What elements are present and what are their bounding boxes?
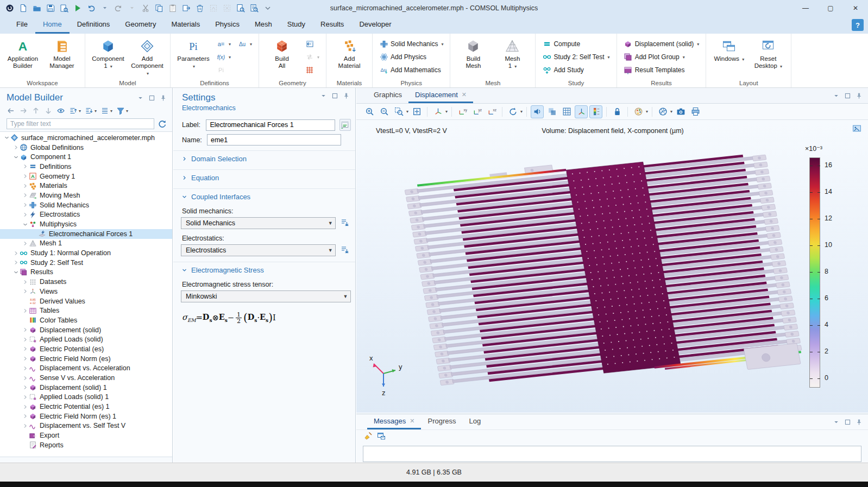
tree-item-electric-field-norm-es-1[interactable]: Electric Field Norm (es) 1 xyxy=(0,412,172,421)
stress-tensor-dropdown[interactable]: Minkowski▼ xyxy=(181,290,351,302)
tree-item-displacement-solid[interactable]: Displacement (solid) xyxy=(0,325,172,335)
section-equation[interactable]: Equation xyxy=(173,170,355,185)
menu-mesh[interactable]: Mesh xyxy=(247,17,280,34)
columns-button[interactable]: ▾ xyxy=(100,106,112,115)
tree-item-surface-micromachined-accelerometer-mph[interactable]: surface_micromachined_accelerometer.mph xyxy=(0,133,172,143)
tree-item-geometry-1[interactable]: AGeometry 1 xyxy=(0,172,172,181)
section-domain-selection[interactable]: Domain Selection xyxy=(173,151,355,166)
palette-button[interactable] xyxy=(632,105,645,118)
menu-developer[interactable]: Developer xyxy=(351,17,399,34)
tree-item-solid-mechanics[interactable]: Solid Mechanics xyxy=(0,200,172,210)
tree-item-applied-loads-solid[interactable]: Applied Loads (solid) xyxy=(0,334,172,344)
tree-item-datasets[interactable]: Datasets xyxy=(0,277,172,287)
zoom-box-button[interactable] xyxy=(392,105,405,118)
copy-icon[interactable] xyxy=(155,4,163,12)
add-selection-icon[interactable] xyxy=(340,218,351,229)
rename-icon[interactable] xyxy=(339,119,351,131)
cut-icon[interactable] xyxy=(141,4,150,12)
ribbon-button-add-material[interactable]: Add Material xyxy=(331,37,368,71)
ribbon-button-result-templates[interactable]: Result Templates xyxy=(621,64,702,76)
expand-icon[interactable] xyxy=(22,376,29,381)
paste-icon[interactable] xyxy=(168,4,177,12)
label-field[interactable] xyxy=(206,119,335,131)
pin-icon[interactable] xyxy=(856,419,863,426)
close-button[interactable]: ✕ xyxy=(843,0,868,16)
new-doc-icon[interactable] xyxy=(19,4,28,12)
ribbon-button-windows[interactable]: Windows ▾ xyxy=(710,37,747,64)
tree-item-electrostatics[interactable]: Electrostatics xyxy=(0,210,172,220)
show-axes-button[interactable] xyxy=(575,105,588,118)
expand-icon[interactable] xyxy=(22,308,29,313)
caret-down-icon[interactable] xyxy=(137,94,144,102)
float-box-icon[interactable] xyxy=(844,419,851,426)
tree-item-color-tables[interactable]: Color Tables xyxy=(0,315,172,325)
ribbon-button-add-study[interactable]: Add Study xyxy=(540,64,612,76)
rotate-button[interactable] xyxy=(506,105,519,118)
graphics-tab-displacement[interactable]: Displacement✕ xyxy=(408,88,473,103)
ribbon-button-add-mathematics[interactable]: ΔuAdd Mathematics xyxy=(377,64,445,76)
solid-mechanics-dropdown[interactable]: Solid Mechanics▼ xyxy=(181,217,336,229)
expand-icon[interactable] xyxy=(22,356,29,361)
redo-caret-icon[interactable] xyxy=(128,4,136,12)
ribbon-button-model-manager[interactable]: Model Manager xyxy=(43,37,80,71)
expand-icon[interactable] xyxy=(22,395,29,400)
expand-icon[interactable] xyxy=(22,385,29,390)
messages-tab-messages[interactable]: Messages✕ xyxy=(367,414,421,429)
ribbon-button-du[interactable]: Δu▾ xyxy=(235,38,254,50)
ribbon-button-add-component[interactable]: Add Component ▾ xyxy=(129,37,166,78)
graphics-canvas[interactable]: VtestL=0 V, VtestR=2 V Volume: Displacem… xyxy=(356,121,868,413)
tree-item-displacement-vs-self-test-v[interactable]: Displacement vs. Self Test V xyxy=(0,421,172,431)
expand-icon[interactable] xyxy=(12,145,20,150)
caret-down-icon[interactable] xyxy=(833,92,840,99)
tree-item-electric-potential-es-1[interactable]: Electric Potential (es) 1 xyxy=(0,402,172,412)
expand-icon[interactable] xyxy=(22,404,29,409)
menu-definitions[interactable]: Definitions xyxy=(70,17,118,34)
tree-item-export[interactable]: Export xyxy=(0,431,172,440)
tree-item-component-1[interactable]: Component 1 xyxy=(0,152,172,162)
float-box-icon[interactable] xyxy=(331,92,338,99)
ribbon-button-build-all[interactable]: Build All xyxy=(263,37,300,71)
expand-icon[interactable] xyxy=(22,203,29,207)
delete-icon[interactable] xyxy=(196,4,204,12)
search-doc-icon[interactable] xyxy=(236,4,245,12)
ribbon-button-mesh-1[interactable]: Mesh 1 ▾ xyxy=(494,37,531,71)
float-box-icon[interactable] xyxy=(148,94,155,102)
expand-icon[interactable] xyxy=(12,260,20,265)
open-folder-icon[interactable] xyxy=(33,4,41,12)
ribbon-button-build-mesh[interactable]: Build Mesh xyxy=(455,37,492,71)
tree-item-displacement-vs-acceleration[interactable]: Displacement vs. Acceleration xyxy=(0,364,172,374)
messages-tab-log[interactable]: Log xyxy=(463,414,488,429)
collapse-icon[interactable] xyxy=(12,155,20,160)
ghost-b-icon[interactable] xyxy=(223,4,231,12)
name-field[interactable] xyxy=(207,134,341,146)
ribbon-button-solid-mechanics[interactable]: Solid Mechanics▾ xyxy=(377,38,445,50)
chevron-down-icon[interactable] xyxy=(263,4,272,12)
comsol-logo-icon[interactable] xyxy=(5,4,14,12)
lock-button[interactable] xyxy=(611,105,624,118)
tree-item-electric-field-norm-es[interactable]: Electric Field Norm (es) xyxy=(0,354,172,364)
tree-item-derived-values[interactable]: 8.85e-12Derived Values xyxy=(0,296,172,306)
caret-down-icon[interactable] xyxy=(833,419,840,426)
duplicate-icon[interactable] xyxy=(182,4,191,12)
messages-output-box[interactable] xyxy=(363,446,861,462)
float-box-icon[interactable] xyxy=(844,92,851,99)
ghost-a-icon[interactable] xyxy=(209,4,218,12)
expand-icon[interactable] xyxy=(22,289,29,294)
ribbon-button-reset-desktop[interactable]: Reset Desktop ▾ xyxy=(750,37,787,71)
close-tab-icon[interactable]: ✕ xyxy=(462,91,467,98)
expand-icon[interactable] xyxy=(22,164,29,169)
ribbon-button-component-1[interactable]: Component 1 ▾ xyxy=(90,37,127,71)
pin-icon[interactable] xyxy=(343,92,350,99)
menu-study[interactable]: Study xyxy=(280,17,313,34)
ribbon-button-sync[interactable]: ▾ xyxy=(303,51,322,63)
zoom-extents-button[interactable] xyxy=(410,105,423,118)
ribbon-button-pi-gray[interactable]: Pi xyxy=(214,64,233,76)
ribbon-button-a-eq[interactable]: a=▾ xyxy=(214,38,233,50)
tree-item-moving-mesh[interactable]: Moving Mesh xyxy=(0,191,172,200)
refresh-icon[interactable] xyxy=(158,119,167,129)
broom-icon[interactable] xyxy=(364,432,373,440)
tree-item-multiphysics[interactable]: Multiphysics xyxy=(0,219,172,229)
speaker-button[interactable] xyxy=(531,105,544,118)
search-settings-icon[interactable] xyxy=(250,4,259,12)
zoom-in-button[interactable] xyxy=(363,105,376,118)
